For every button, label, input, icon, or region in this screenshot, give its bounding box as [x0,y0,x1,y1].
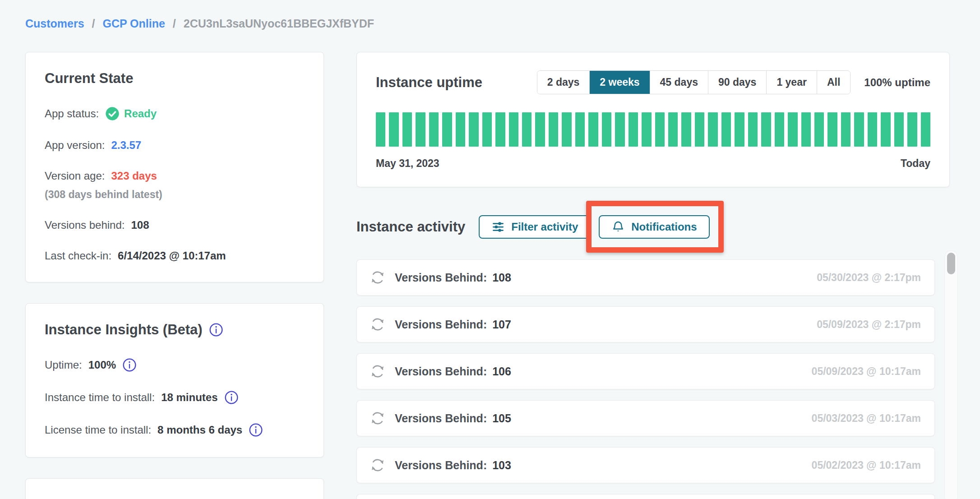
version-age-row: Version age: 323 days [45,170,305,182]
uptime-bar [562,112,571,147]
instance-activity-header: Instance activity Filter activity Notifi… [356,215,950,239]
uptime-bar [629,112,638,147]
instance-tti-label: Instance time to install: [45,391,155,404]
uptime-bar [376,112,385,147]
info-icon[interactable] [122,358,137,372]
uptime-bar [854,112,864,147]
uptime-bar [775,112,784,147]
uptime-start-label: May 31, 2023 [376,157,439,170]
uptime-bar [615,112,624,147]
info-icon[interactable] [224,390,239,405]
uptime-bar [708,112,717,147]
activity-event-row[interactable]: Versions Behind: 107 05/09/2023 @ 2:17pm [356,306,935,342]
app-version-label: App version: [45,139,105,152]
app-status-row: App status: Ready [45,106,305,121]
current-state-card: Current State App status: Ready App vers… [25,52,324,282]
uptime-bar [469,112,478,147]
uptime-bar [761,112,771,147]
range-tab-45-days[interactable]: 45 days [650,71,708,94]
range-tab-1-year[interactable]: 1 year [767,71,817,94]
versions-behind-label: Versions behind: [45,219,125,231]
uptime-bar [509,112,518,147]
filter-activity-label: Filter activity [511,221,578,233]
uptime-bar [748,112,758,147]
uptime-bars [376,112,930,147]
last-checkin-value: 6/14/2023 @ 10:17am [118,250,226,262]
uptime-bar [668,112,678,147]
notifications-label: Notifications [631,221,697,233]
license-tti-label: License time to install: [45,424,151,436]
instance-uptime-card: Instance uptime 2 days 2 weeks 45 days 9… [356,52,950,187]
version-age-label: Version age: [45,170,105,182]
sync-icon [370,269,386,286]
event-label: Versions Behind: [395,271,487,284]
activity-event-row[interactable]: Versions Behind: 108 05/30/2023 @ 2:17pm [356,259,935,296]
range-tab-all[interactable]: All [817,71,850,94]
range-tab-2-weeks[interactable]: 2 weeks [590,71,650,94]
uptime-bar [827,112,837,147]
filter-sliders-icon [491,220,505,234]
left-column: Current State App status: Ready App vers… [25,52,324,499]
license-tti-value: 8 months 6 days [157,424,242,436]
instance-activity-list: Versions Behind: 108 05/30/2023 @ 2:17pm… [356,259,935,499]
filter-activity-button[interactable]: Filter activity [479,215,591,239]
activity-event-row-partial[interactable] [356,494,935,499]
breadcrumb-separator: / [173,17,176,30]
event-value: 103 [492,459,511,472]
activity-list-scrollbar-thumb[interactable] [947,253,955,274]
event-value: 107 [492,318,511,331]
uptime-bar [588,112,598,147]
instance-tti-value: 18 minutes [161,391,217,404]
uptime-bar [549,112,558,147]
uptime-bar [695,112,704,147]
license-tti-row: License time to install: 8 months 6 days [45,423,305,437]
breadcrumb: Customers / GCP Online / 2CU3nL3saUNyoc6… [25,14,950,30]
event-timestamp: 05/02/2023 @ 10:17am [812,459,921,471]
uptime-bar [389,112,398,147]
current-state-title: Current State [45,70,305,87]
activity-list-scrollbar[interactable] [944,250,958,499]
breadcrumb-customer-link[interactable]: GCP Online [102,17,165,30]
uptime-summary: 100% uptime [864,76,930,89]
uptime-bar [841,112,851,147]
app-version-value: 2.3.57 [111,139,141,152]
event-value: 108 [492,271,511,284]
info-icon[interactable] [209,323,223,337]
check-circle-icon [105,106,120,121]
uptime-bar [416,112,425,147]
event-timestamp: 05/03/2023 @ 10:17am [812,412,921,425]
breadcrumb-customers-link[interactable]: Customers [25,17,84,30]
notifications-button[interactable]: Notifications [599,215,709,239]
uptime-bar [801,112,811,147]
versions-behind-value: 108 [131,219,149,231]
event-value: 105 [492,412,511,425]
uptime-bar [655,112,665,147]
uptime-bar [881,112,890,147]
bell-icon [611,220,625,234]
instance-information-card: Instance Information [25,478,324,499]
range-tab-2-days[interactable]: 2 days [537,71,590,94]
activity-event-row[interactable]: Versions Behind: 103 05/02/2023 @ 10:17a… [356,447,935,483]
uptime-bar [602,112,611,147]
range-tab-90-days[interactable]: 90 days [708,71,767,94]
breadcrumb-instance-id: 2CU3nL3saUNyoc61BBEGJXfBYDF [184,17,374,30]
instance-insights-card: Instance Insights (Beta) Uptime: 100% [25,303,324,457]
instance-tti-row: Instance time to install: 18 minutes [45,390,305,405]
instance-insights-title: Instance Insights (Beta) [45,322,203,338]
event-value: 106 [492,365,511,378]
event-label: Versions Behind: [395,459,487,472]
uptime-range-tabs: 2 days 2 weeks 45 days 90 days 1 year Al… [537,70,851,94]
activity-event-row[interactable]: Versions Behind: 106 05/09/2023 @ 10:17a… [356,353,935,389]
uptime-bar [681,112,691,147]
version-age-note: (308 days behind latest) [45,189,305,201]
sync-icon [370,316,386,333]
uptime-bar [429,112,439,147]
uptime-bar [402,112,412,147]
sync-icon [370,410,386,426]
info-icon[interactable] [249,423,263,437]
activity-event-row[interactable]: Versions Behind: 105 05/03/2023 @ 10:17a… [356,400,935,436]
uptime-bar [894,112,904,147]
uptime-bar [814,112,824,147]
notifications-button-wrapper: Notifications [599,215,709,239]
app-status-value: Ready [124,107,157,120]
